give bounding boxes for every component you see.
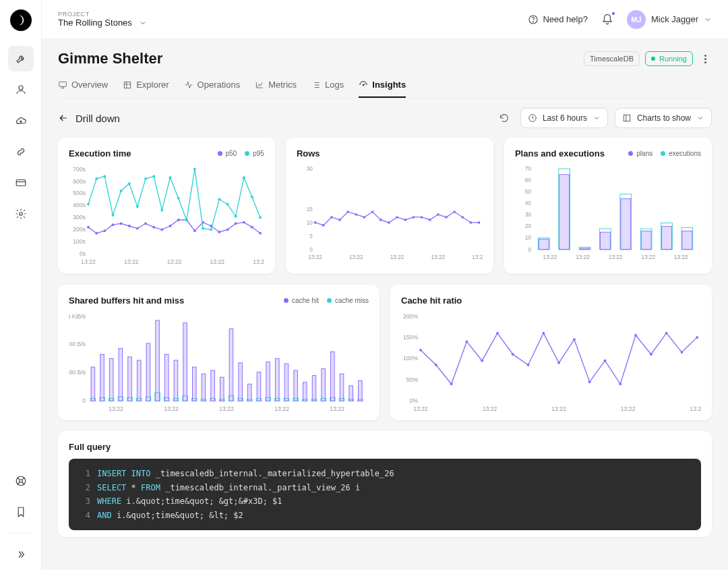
svg-text:13:22: 13:22: [219, 405, 234, 412]
tab-insights[interactable]: Insights: [359, 73, 406, 98]
svg-text:13:22: 13:22: [576, 254, 590, 260]
user-name: Mick Jagger: [651, 14, 698, 24]
rail-bookmark[interactable]: [8, 499, 34, 525]
legend-item: plans: [628, 150, 653, 157]
card-title: Cache hit ratio: [401, 295, 462, 306]
clock-icon: [528, 113, 537, 123]
rail-link[interactable]: [8, 139, 34, 165]
svg-text:13:22: 13:22: [641, 254, 655, 260]
svg-text:13:22: 13:22: [308, 254, 322, 260]
rail-support[interactable]: [8, 468, 34, 494]
svg-point-81: [330, 216, 333, 219]
svg-point-213: [496, 331, 499, 334]
svg-rect-153: [156, 320, 160, 401]
rail-billing[interactable]: [8, 170, 34, 196]
chart-exec-time: 0s100s200s300s400s500s600s700s13:2213:22…: [69, 163, 264, 267]
svg-rect-145: [119, 348, 123, 401]
svg-point-67: [251, 196, 253, 198]
legend-label: cache hit: [292, 297, 319, 304]
svg-text:300s: 300s: [73, 214, 86, 221]
rail-cloud[interactable]: [8, 108, 34, 134]
chevron-down-icon: [593, 114, 601, 122]
svg-point-29: [120, 222, 123, 225]
svg-rect-163: [202, 374, 206, 401]
svg-text:60: 60: [525, 177, 532, 183]
chart-rows: 0510153013:2213:2213:2213:2213:22: [297, 163, 483, 262]
svg-point-211: [465, 340, 468, 343]
svg-point-221: [619, 382, 621, 385]
svg-point-45: [251, 226, 253, 229]
rail-collapse[interactable]: [8, 542, 34, 567]
svg-rect-114: [539, 239, 549, 249]
svg-point-63: [218, 198, 220, 201]
svg-point-30: [128, 225, 131, 227]
svg-text:100 B/s: 100 B/s: [69, 341, 86, 347]
svg-text:13:22: 13:22: [609, 254, 623, 260]
svg-point-85: [363, 216, 366, 219]
tab-label: Overview: [71, 80, 108, 90]
avatar[interactable]: MJ: [627, 10, 646, 29]
svg-rect-124: [641, 231, 651, 249]
svg-rect-159: [183, 322, 187, 401]
svg-point-28: [111, 223, 114, 226]
project-switcher[interactable]: PROJECT The Rolling Stones: [58, 11, 147, 28]
svg-text:700s: 700s: [73, 166, 86, 173]
svg-text:200%: 200%: [403, 312, 418, 319]
svg-point-35: [169, 225, 172, 227]
svg-text:50: 50: [525, 189, 532, 195]
svg-text:500s: 500s: [73, 190, 86, 196]
code-block: 1INSERT INTO _timescaledb_internal._mate…: [69, 459, 701, 530]
tab-explorer[interactable]: Explorer: [123, 73, 169, 98]
code-text: _timescaledb_internal._materialized_hype…: [156, 469, 394, 478]
svg-point-34: [160, 228, 163, 231]
logo[interactable]: [10, 9, 32, 31]
svg-point-36: [177, 219, 180, 221]
svg-text:13:22: 13:22: [274, 405, 289, 412]
card-title: Full query: [69, 442, 701, 452]
svg-point-31: [136, 227, 139, 230]
svg-rect-189: [322, 368, 326, 401]
svg-point-82: [338, 219, 341, 221]
svg-rect-181: [284, 364, 289, 401]
svg-point-66: [243, 176, 245, 179]
svg-text:0: 0: [82, 397, 86, 404]
svg-text:100s: 100s: [73, 238, 86, 245]
svg-point-62: [210, 228, 212, 231]
tab-metrics[interactable]: Metrics: [255, 73, 297, 98]
svg-rect-1: [16, 180, 26, 186]
svg-point-98: [469, 221, 472, 224]
svg-point-68: [259, 217, 262, 219]
svg-point-41: [218, 231, 220, 233]
tab-overview[interactable]: Overview: [58, 73, 108, 98]
tab-label: Explorer: [136, 80, 169, 90]
tab-logs[interactable]: Logs: [311, 73, 344, 98]
svg-rect-195: [349, 385, 353, 401]
list-icon: [311, 80, 321, 90]
notifications-button[interactable]: [600, 12, 615, 27]
tab-operations[interactable]: Operations: [184, 73, 241, 98]
svg-text:13:22: 13:22: [124, 258, 139, 265]
rail-user[interactable]: [8, 77, 34, 103]
help-label: Need help?: [543, 14, 588, 24]
rail-settings[interactable]: [8, 201, 34, 227]
card-title: Execution time: [69, 148, 131, 159]
charts-select[interactable]: Charts to show: [615, 108, 712, 128]
charts-select-label: Charts to show: [637, 113, 691, 123]
svg-rect-128: [682, 231, 692, 249]
rail-tools[interactable]: [8, 46, 34, 72]
back-button[interactable]: Drill down: [58, 113, 120, 124]
user-menu-chevron-icon[interactable]: [704, 16, 712, 24]
svg-text:13:22: 13:22: [167, 258, 182, 265]
svg-point-79: [314, 221, 317, 224]
legend-item: p50: [218, 150, 237, 157]
svg-rect-141: [100, 354, 104, 401]
timerange-label: Last 6 hours: [543, 113, 587, 123]
timerange-select[interactable]: Last 6 hours: [520, 108, 608, 128]
svg-text:13:22: 13:22: [690, 405, 701, 412]
svg-point-32: [144, 222, 147, 225]
more-menu-button[interactable]: [698, 52, 712, 65]
svg-text:30: 30: [307, 166, 313, 172]
svg-point-225: [680, 351, 683, 353]
help-link[interactable]: Need help?: [528, 14, 588, 25]
refresh-button[interactable]: [495, 109, 514, 127]
